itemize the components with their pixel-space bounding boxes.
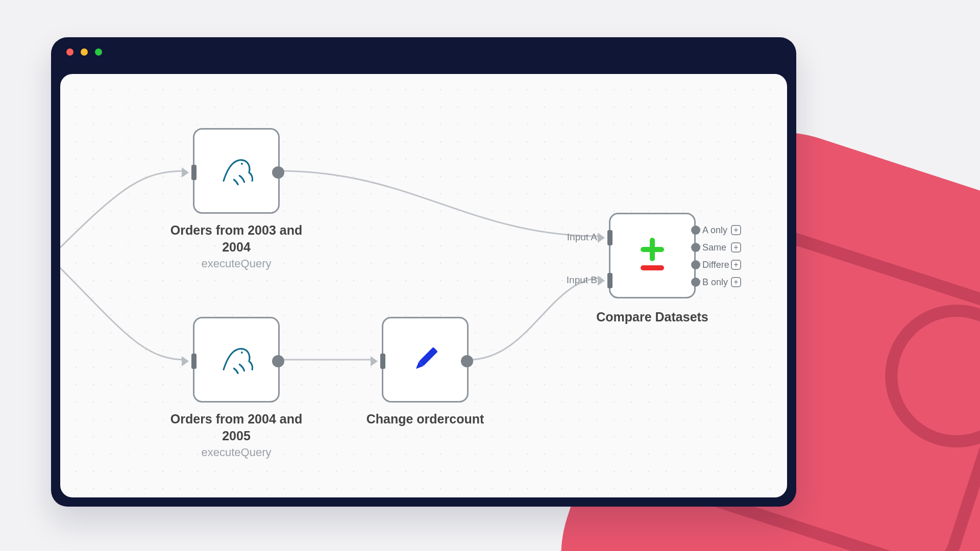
compare-output-row: A only + — [691, 221, 741, 239]
node-label-group: Orders from 2004 and 2005 executeQuery — [160, 411, 313, 459]
window-minimize-dot[interactable] — [81, 48, 88, 56]
output-label: Different — [702, 260, 729, 270]
node-output-port[interactable] — [691, 260, 700, 269]
node-title: Change ordercount — [349, 411, 502, 428]
window-close-dot[interactable] — [66, 48, 74, 56]
node-title: Compare Datasets — [576, 309, 729, 325]
svg-point-0 — [241, 163, 243, 165]
app-window: Orders from 2003 and 2004 executeQuery O… — [51, 37, 796, 507]
compare-output-list: A only + Same + Different + B only + — [691, 221, 741, 291]
input-label-a: Input A — [567, 232, 597, 243]
workflow-canvas[interactable]: Orders from 2003 and 2004 executeQuery O… — [60, 74, 787, 497]
output-label: Same — [702, 242, 729, 253]
node-output-port[interactable] — [691, 226, 700, 235]
add-connection-icon[interactable]: + — [731, 225, 741, 235]
node-label-group: Change ordercount — [349, 411, 502, 428]
compare-output-row: Same + — [691, 239, 741, 256]
compare-output-row: B only + — [691, 273, 741, 291]
node-title: Orders from 2003 and 2004 — [160, 222, 313, 255]
node-title: Orders from 2004 and 2005 — [160, 411, 313, 444]
node-orders-2003-2004[interactable] — [193, 128, 280, 214]
input-arrow-icon — [182, 167, 189, 178]
add-connection-icon[interactable]: + — [731, 242, 741, 253]
node-label-group: Compare Datasets — [576, 309, 729, 325]
mysql-icon — [194, 130, 278, 212]
window-maximize-dot[interactable] — [95, 48, 102, 56]
pencil-icon — [383, 318, 467, 401]
node-subtitle: executeQuery — [160, 446, 313, 459]
mysql-icon — [194, 318, 278, 401]
output-label: B only — [702, 277, 729, 288]
node-subtitle: executeQuery — [160, 257, 313, 270]
input-arrow-icon — [371, 356, 378, 366]
node-label-group: Orders from 2003 and 2004 executeQuery — [160, 222, 313, 270]
node-change-ordercount[interactable] — [382, 317, 469, 403]
compare-output-row: Different + — [691, 256, 741, 273]
svg-point-1 — [241, 352, 243, 354]
window-traffic-lights — [66, 48, 102, 56]
node-compare-datasets[interactable]: Input A Input B A only + — [609, 213, 696, 298]
input-arrow-icon — [598, 276, 605, 286]
input-arrow-icon — [182, 356, 189, 366]
node-output-port[interactable] — [691, 243, 700, 252]
plus-minus-icon — [610, 214, 694, 297]
node-output-port[interactable] — [691, 278, 700, 287]
input-label-b: Input B — [567, 274, 597, 286]
add-connection-icon[interactable]: + — [731, 277, 741, 287]
input-arrow-icon — [598, 233, 605, 243]
output-label: A only — [702, 225, 729, 236]
node-orders-2004-2005[interactable] — [193, 317, 280, 403]
add-connection-icon[interactable]: + — [731, 260, 741, 270]
